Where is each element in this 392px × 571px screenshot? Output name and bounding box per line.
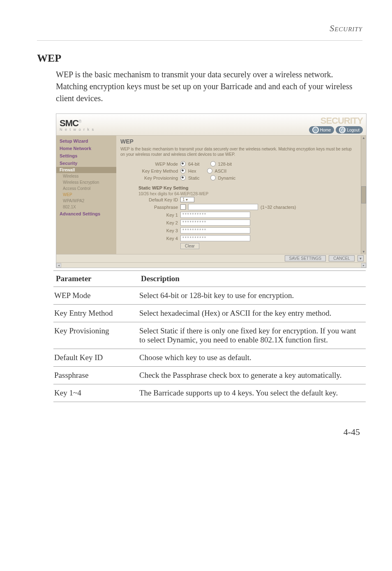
clear-button[interactable]: Clear <box>180 243 199 249</box>
key-prov-label: Key Provisioning <box>120 176 178 180</box>
desc-cell: Select hexadecimal (Hex) or ASCII for th… <box>138 305 366 322</box>
sidebar-item-setup-wizard[interactable]: Setup Wizard <box>56 137 116 145</box>
param-cell: Key Provisioning <box>53 322 138 349</box>
table-row: Passphrase Check the Passphrase check bo… <box>53 367 366 384</box>
scroll-down-icon[interactable]: ▼ <box>362 250 366 254</box>
row-key1: Key 1 ********** <box>120 211 357 219</box>
scroll-left-icon[interactable]: ◂ <box>56 263 61 268</box>
ss-top-bar: SMC® N e t w o r k s SECURITY ⌂Home ⏻Log… <box>56 114 366 136</box>
sidebar-sub-wireless-encryption[interactable]: Wireless Encryption <box>56 179 116 185</box>
desc-cell: Check the Passphrase check box to genera… <box>138 367 366 384</box>
panel-title: WEP <box>120 138 357 145</box>
table-row: Key 1~4 The Barricade supports up to 4 k… <box>53 384 366 402</box>
wep-mode-128-text: 128-bit <box>218 162 232 166</box>
sidebar-sub-wireless[interactable]: Wireless <box>56 173 116 179</box>
key-entry-label: Key Entry Method <box>120 169 178 173</box>
table-row: Default Key ID Choose which key to use a… <box>53 349 366 367</box>
key-entry-hex-text: Hex <box>188 169 196 173</box>
sidebar-item-security[interactable]: Security <box>56 160 116 167</box>
default-key-label: Default Key ID <box>120 197 178 202</box>
key2-input[interactable]: ********** <box>180 220 250 226</box>
sidebar-sub-8021x[interactable]: 802.1X <box>56 204 116 210</box>
key4-input[interactable]: ********** <box>180 235 250 241</box>
passphrase-label: Passphrase <box>120 205 178 210</box>
wep-mode-128-radio[interactable] <box>210 161 216 166</box>
key-entry-hex-radio[interactable] <box>180 168 186 173</box>
ss-top-buttons: ⌂Home ⏻Logout <box>309 126 363 134</box>
row-default-key: Default Key ID 1 ▾ <box>120 196 357 203</box>
param-cell: Key Entry Method <box>53 305 138 322</box>
logout-button[interactable]: ⏻Logout <box>336 126 363 134</box>
passphrase-checkbox[interactable] <box>180 204 186 210</box>
sidebar-item-home-network[interactable]: Home Network <box>56 145 116 152</box>
key3-input[interactable]: ********** <box>180 227 250 233</box>
row-key4: Key 4 ********** <box>120 234 357 242</box>
table-row: Key Provisioning Select Static if there … <box>53 322 366 349</box>
key-prov-static-text: Static <box>188 176 200 180</box>
sidebar-sub-access-control[interactable]: Access Control <box>56 185 116 192</box>
head-description: Description <box>138 271 366 287</box>
vertical-scrollbar[interactable]: ▲ ▼ <box>361 136 366 254</box>
ss-logo-block: SMC® N e t w o r k s <box>60 118 95 132</box>
param-cell: Passphrase <box>53 367 138 384</box>
sidebar-sub-wpa[interactable]: WPA/WPA2 <box>56 198 116 204</box>
table-row: Key Entry Method Select hexadecimal (Hex… <box>53 305 366 322</box>
scroll-thumb[interactable] <box>361 186 366 203</box>
sidebar-sub-wep[interactable]: WEP <box>56 192 116 198</box>
sidebar-band-firewall[interactable]: Firewall <box>56 167 116 173</box>
key-prov-dynamic-radio[interactable] <box>210 175 216 180</box>
key3-label: Key 3 <box>120 228 178 233</box>
wep-mode-64-radio[interactable] <box>180 161 186 166</box>
row-wep-mode: WEP Mode 64-bit 128-bit <box>120 160 357 167</box>
param-cell: WEP Mode <box>53 287 138 305</box>
desc-cell: The Barricade supports up to 4 keys. You… <box>138 384 366 402</box>
key-entry-ascii-text: ASCII <box>215 169 227 173</box>
section-title: WEP <box>37 52 362 65</box>
home-icon: ⌂ <box>312 127 319 133</box>
home-button[interactable]: ⌂Home <box>309 126 334 134</box>
ss-footer: SAVE SETTINGS CANCEL ▾ <box>56 254 366 262</box>
save-settings-button[interactable]: SAVE SETTINGS <box>285 255 326 261</box>
desc-cell: Choose which key to use as default. <box>138 349 366 367</box>
scroll-right-icon[interactable]: ▸ <box>361 263 366 268</box>
row-key-entry: Key Entry Method Hex ASCII <box>120 167 357 174</box>
ss-logo-sub: N e t w o r k s <box>60 127 95 132</box>
row-passphrase: Passphrase (1~32 characters) <box>120 203 357 211</box>
param-cell: Default Key ID <box>53 349 138 367</box>
section-intro: WEP is the basic mechanism to transmit y… <box>56 69 362 104</box>
sidebar-item-settings[interactable]: Settings <box>56 152 116 160</box>
row-clear: Clear <box>120 242 357 250</box>
scroll-up-icon[interactable]: ▲ <box>362 136 366 140</box>
key-prov-static-radio[interactable] <box>180 175 186 180</box>
sidebar-item-advanced[interactable]: Advanced Settings <box>56 210 116 217</box>
passphrase-hint: (1~32 characters) <box>261 205 296 210</box>
wep-mode-label: WEP Mode <box>120 162 178 166</box>
param-cell: Key 1~4 <box>53 384 138 402</box>
static-wep-note: 10/26 hex digits for 64-WEP/128-WEP <box>138 192 357 196</box>
wep-mode-64-text: 64-bit <box>188 162 200 166</box>
ss-sidebar: Setup Wizard Home Network Settings Secur… <box>56 136 116 254</box>
table-head-row: Parameter Description <box>53 271 366 287</box>
passphrase-input[interactable] <box>188 204 258 210</box>
key4-label: Key 4 <box>120 236 178 241</box>
static-wep-heading: Static WEP Key Setting <box>138 185 357 190</box>
panel-desc: WEP is the basic mechanism to transmit y… <box>120 146 357 157</box>
key-prov-dynamic-text: Dynamic <box>218 176 236 180</box>
cancel-button[interactable]: CANCEL <box>329 255 355 261</box>
table-row: WEP Mode Select 64-bit or 128-bit key to… <box>53 287 366 305</box>
key1-input[interactable]: ********** <box>180 212 250 218</box>
header-rule <box>37 40 362 41</box>
ss-main-panel: WEP WEP is the basic mechanism to transm… <box>116 136 361 254</box>
key-entry-ascii-radio[interactable] <box>207 168 212 173</box>
horizontal-scrollbar[interactable]: ◂ ▸ <box>56 262 366 268</box>
ss-body: Setup Wizard Home Network Settings Secur… <box>56 136 366 254</box>
running-header: Security <box>37 23 362 34</box>
page-number: 4-45 <box>37 427 360 437</box>
key1-label: Key 1 <box>120 213 178 217</box>
logout-icon: ⏻ <box>339 127 346 133</box>
row-key-prov: Key Provisioning Static Dynamic <box>120 174 357 181</box>
default-key-select[interactable]: 1 ▾ <box>180 197 194 202</box>
parameter-table: Parameter Description WEP Mode Select 64… <box>53 270 366 402</box>
desc-cell: Select 64-bit or 128-bit key to use for … <box>138 287 366 305</box>
ss-logo: SMC® <box>60 118 81 128</box>
